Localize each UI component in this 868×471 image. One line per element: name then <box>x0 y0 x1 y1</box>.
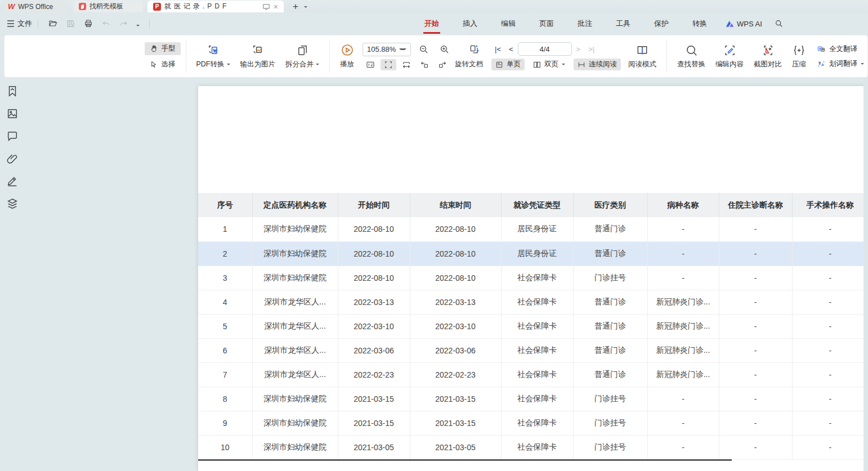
undo-icon[interactable] <box>97 20 115 28</box>
select-tool-button[interactable]: 选择 <box>145 58 181 71</box>
menu-annotate[interactable]: 批注 <box>566 12 604 35</box>
monitor-icon[interactable] <box>262 3 270 11</box>
cursor-icon <box>150 60 158 69</box>
zoom-out-icon[interactable] <box>416 43 432 56</box>
close-icon[interactable]: × <box>274 3 278 11</box>
page-number-input[interactable]: 4/4 <box>518 42 572 56</box>
divider <box>186 40 186 73</box>
table-cell: 2021-03-15 <box>338 387 410 411</box>
table-cell: 3 <box>198 266 252 290</box>
new-tab-button[interactable]: + <box>290 1 301 12</box>
table-cell: 2022-03-13 <box>410 290 501 314</box>
table-cell: 2022-08-10 <box>410 241 501 266</box>
save-icon[interactable] <box>62 19 79 28</box>
attachment-icon[interactable] <box>6 152 19 165</box>
wps-ai-button[interactable]: WPS AI <box>719 20 769 28</box>
print-icon[interactable] <box>79 19 97 28</box>
divider <box>149 19 150 28</box>
menu-tools[interactable]: 工具 <box>604 12 642 35</box>
menu-protect[interactable]: 保护 <box>642 12 681 35</box>
menu-page[interactable]: 页面 <box>527 12 566 35</box>
zoom-level-select[interactable]: 105.88% <box>363 43 411 56</box>
fit-page-icon[interactable] <box>381 59 396 70</box>
pdf-page[interactable]: 序号定点医药机构名称开始时间结束时间就诊凭证类型医疗类别病种名称住院主诊断名称手… <box>198 86 868 471</box>
file-menu-button[interactable]: 文件 <box>7 19 32 29</box>
edit-content-button[interactable]: 编辑内容 <box>710 44 749 69</box>
table-cell: 10 <box>198 435 252 459</box>
table-cell: 2021-03-05 <box>338 435 410 459</box>
tab-wps-office[interactable]: W WPS Office <box>2 1 68 12</box>
menu-home[interactable]: 开始 <box>413 12 451 35</box>
rotate-doc-label[interactable]: 旋转文档 <box>455 60 483 69</box>
screenshot-compare-button[interactable]: 截图对比 <box>749 44 787 69</box>
table-row: 4深圳市龙华区人...2022-03-132022-03-13社会保障卡普通门诊… <box>198 290 868 314</box>
wps-ai-icon <box>726 20 734 28</box>
search-icon[interactable] <box>769 19 789 28</box>
rotate-left-icon[interactable] <box>417 59 432 70</box>
compress-button[interactable]: 压缩 <box>787 44 811 69</box>
menu-edit[interactable]: 编辑 <box>489 12 527 35</box>
comment-icon[interactable] <box>6 129 19 143</box>
table-cell: 深圳市妇幼保健院 <box>252 411 338 435</box>
single-page-button[interactable]: 单页 <box>491 59 525 70</box>
bookmark-icon[interactable] <box>6 84 19 98</box>
continuous-read-icon <box>578 61 585 69</box>
table-cell: - <box>719 290 792 314</box>
tab-list-chevron-icon[interactable] <box>304 6 307 8</box>
table-cell: - <box>647 266 719 290</box>
export-image-button[interactable]: 输出为图片 <box>235 44 281 69</box>
fit-width-icon[interactable] <box>399 59 414 70</box>
full-translate-button[interactable]: 全文翻译 <box>813 43 867 55</box>
play-icon <box>341 43 354 57</box>
menu-insert[interactable]: 插入 <box>451 12 489 35</box>
menu-convert[interactable]: 转换 <box>681 12 719 35</box>
split-merge-button[interactable]: 拆分合并 <box>280 44 324 69</box>
rotate-right-icon[interactable] <box>435 59 450 70</box>
actual-size-icon[interactable] <box>363 59 378 70</box>
find-replace-icon <box>685 44 698 57</box>
tab-document[interactable]: P 就医记录.PDF × <box>147 1 284 12</box>
divider <box>666 40 667 73</box>
table-cell: 4 <box>198 290 252 314</box>
hand-tool-button[interactable]: 手型 <box>145 42 181 55</box>
table-cell: 1 <box>198 217 252 241</box>
play-button[interactable]: 播放 <box>335 43 359 69</box>
column-header: 病种名称 <box>647 193 719 217</box>
table-cell: 2022-02-23 <box>338 362 410 387</box>
table-row: 1深圳市妇幼保健院2022-08-102022-08-10居民身份证普通门诊--… <box>198 217 868 241</box>
read-mode-button[interactable]: 阅读模式 <box>623 44 661 69</box>
last-page-icon[interactable]: >| <box>585 45 598 53</box>
table-cell: 新冠肺炎门诊... <box>647 338 719 362</box>
find-replace-button[interactable]: 查找替换 <box>672 44 710 69</box>
continuous-read-button[interactable]: 连续阅读 <box>574 59 621 70</box>
double-page-button[interactable]: 双页 <box>529 59 569 70</box>
prev-page-icon[interactable]: < <box>505 45 517 53</box>
pdf-icon: P <box>153 3 161 11</box>
word-translate-button[interactable]: 划词翻译 <box>813 58 867 70</box>
zoom-in-icon[interactable] <box>437 43 453 56</box>
scrollbar-track[interactable] <box>863 79 868 471</box>
next-page-icon[interactable]: > <box>573 45 584 53</box>
zoom-chevron-icon <box>399 48 406 50</box>
table-cell: 深圳市龙华区人... <box>252 290 338 314</box>
column-header: 医疗类别 <box>573 193 647 217</box>
thumbnail-icon[interactable] <box>6 107 19 120</box>
signature-icon[interactable] <box>6 174 19 188</box>
table-cell: - <box>792 241 868 266</box>
tab-docer[interactable]: 找稻壳模板 <box>73 1 143 12</box>
tab-bar: W WPS Office 找稻壳模板 P 就医记录.PDF × + <box>0 0 868 12</box>
first-page-icon[interactable]: |< <box>491 45 504 53</box>
table-cell: 2 <box>198 241 252 266</box>
table-cell: 新冠肺炎门诊... <box>647 314 719 338</box>
redo-icon[interactable] <box>115 20 132 28</box>
table-cell: 9 <box>198 411 252 435</box>
docer-icon <box>79 3 86 10</box>
rotate-pages-icon[interactable] <box>466 43 484 56</box>
open-file-icon[interactable] <box>44 19 62 28</box>
document-title: 就医记录.PDF <box>164 2 259 11</box>
quickbar-chevron-icon[interactable] <box>132 20 144 28</box>
pdf-convert-button[interactable]: PDF转换 <box>191 44 235 69</box>
edit-content-icon <box>723 44 736 57</box>
word-translate-icon <box>817 60 826 68</box>
layers-icon[interactable] <box>6 197 19 210</box>
